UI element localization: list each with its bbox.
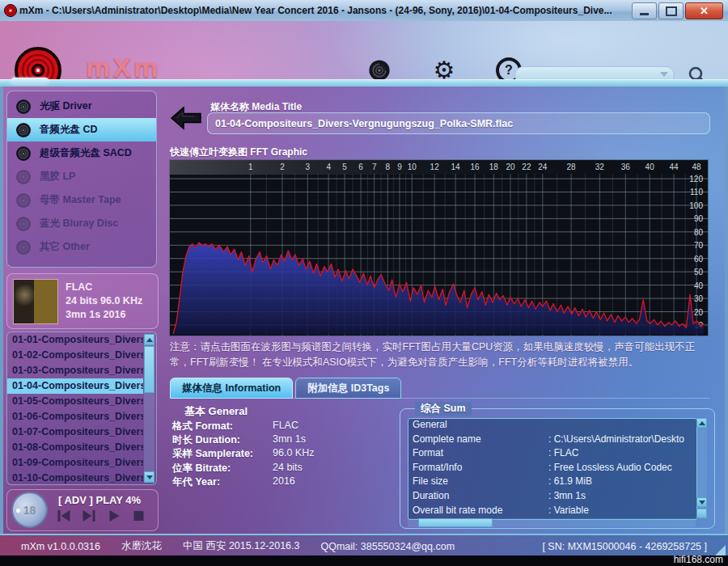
sum-row: File size: 61.9 MiB bbox=[408, 475, 696, 490]
arrow-down-icon bbox=[699, 501, 705, 505]
back-arrow-icon[interactable] bbox=[170, 106, 202, 130]
info-field: 格式 Format:FLAC bbox=[172, 420, 391, 433]
disc-icon bbox=[15, 169, 32, 185]
track-item[interactable]: 01-02-Compositeurs_Divers-S bbox=[7, 348, 143, 363]
arrow-down-icon bbox=[146, 475, 153, 479]
sum-row: Complete name: C:\Users\Administrator\De… bbox=[408, 433, 696, 448]
search-dropdown-arrow-icon[interactable] bbox=[660, 72, 668, 77]
track-item[interactable]: 01-03-Compositeurs_Divers-V bbox=[7, 363, 143, 378]
status-bar: mXm v1.0.0.0316 水磨沈花 中国 西安 2015.12-2016.… bbox=[0, 534, 728, 557]
stop-button[interactable] bbox=[132, 509, 146, 522]
disc-icon bbox=[15, 192, 32, 209]
svg-text:12: 12 bbox=[430, 163, 440, 171]
track-item[interactable]: 01-08-Compositeurs_Divers-A bbox=[7, 440, 143, 455]
track-item[interactable]: 01-04-Compositeurs_Divers-V bbox=[7, 378, 143, 394]
app-icon bbox=[4, 4, 17, 17]
info-fields: 格式 Format:FLAC时长 Duration:3mn 1s采样 Sampl… bbox=[172, 420, 391, 489]
info-field-value: FLAC bbox=[273, 420, 298, 433]
sidebar-item-cd[interactable]: 音频光盘 CD bbox=[7, 118, 156, 142]
info-field: 位率 Bitrate:24 bits bbox=[172, 462, 391, 475]
scroll-down-button[interactable] bbox=[696, 497, 707, 507]
svg-text:44: 44 bbox=[670, 163, 679, 171]
sum-vertical-scrollbar[interactable] bbox=[696, 418, 707, 518]
sum-row-label: Overall bit rate mode bbox=[413, 505, 548, 519]
close-button[interactable]: ✕ bbox=[685, 2, 723, 19]
info-field: 年代 Year:2016 bbox=[172, 475, 391, 489]
track-list-scrollbar[interactable] bbox=[144, 334, 154, 483]
track-item[interactable]: 01-01-Compositeurs_Divers-I bbox=[7, 332, 143, 348]
minimize-button[interactable] bbox=[632, 2, 657, 19]
disc-icon bbox=[15, 146, 32, 162]
svg-text:60: 60 bbox=[694, 255, 704, 264]
fft-graph[interactable]: 1201101009080706050403020101234567891012… bbox=[170, 160, 708, 336]
info-section-title: 基本 General bbox=[184, 404, 248, 419]
sidebar-item-other[interactable]: 其它 Other bbox=[7, 235, 156, 259]
status-version: mXm v1.0.0.0316 bbox=[21, 541, 100, 552]
sum-row: Overall bit rate mode: Variable bbox=[408, 505, 696, 519]
track-item[interactable]: 01-10-Compositeurs_Divers-S bbox=[7, 471, 143, 485]
sum-horizontal-scrollbar[interactable] bbox=[408, 518, 696, 527]
track-item[interactable]: 01-06-Compositeurs_Divers-I bbox=[7, 409, 143, 424]
close-icon: ✕ bbox=[700, 5, 709, 17]
sidebar-item-driver[interactable]: 光驱 Driver bbox=[7, 95, 156, 118]
sidebar-item-lp[interactable]: 黑胶 LP bbox=[7, 165, 156, 188]
scroll-up-button[interactable] bbox=[144, 334, 154, 345]
sidebar-item-sacd[interactable]: 超级音频光盘 SACD bbox=[7, 142, 156, 165]
volume-knob[interactable]: 18 bbox=[11, 492, 48, 528]
disc-icon bbox=[15, 239, 32, 256]
sum-row-value: : FLAC bbox=[548, 447, 578, 462]
track-list: 01-01-Compositeurs_Divers-I01-02-Composi… bbox=[6, 332, 157, 485]
svg-text:80: 80 bbox=[694, 228, 704, 237]
sidebar-item-label: 超级音频光盘 SACD bbox=[40, 146, 132, 160]
album-quality: 24 bits 96.0 KHz bbox=[66, 294, 142, 308]
info-field-value: 2016 bbox=[273, 475, 295, 489]
status-serial: [ SN: MXM15000046 - 4269258725 ] bbox=[542, 541, 707, 552]
tab-information[interactable]: 媒体信息 Information bbox=[170, 378, 293, 399]
svg-text:40: 40 bbox=[645, 163, 655, 171]
svg-text:16: 16 bbox=[470, 163, 480, 171]
sum-list[interactable]: GeneralComplete name: C:\Users\Administr… bbox=[408, 418, 697, 520]
sum-row: Format/Info: Free Lossless Audio Codec bbox=[408, 462, 696, 476]
sidebar-item-tape[interactable]: 母带 Master Tape bbox=[7, 188, 156, 212]
sum-groupbox: 综合 Sum GeneralComplete name: C:\Users\Ad… bbox=[400, 408, 715, 529]
svg-text:40: 40 bbox=[694, 281, 704, 290]
svg-text:18: 18 bbox=[489, 163, 499, 171]
sum-row-value: : 3mn 1s bbox=[548, 490, 586, 505]
fft-graphic-label: 快速傅立叶变换图 FFT Graphic bbox=[170, 146, 307, 159]
album-info-panel: FLAC 24 bits 96.0 KHz 3mn 1s 2016 bbox=[6, 273, 159, 329]
svg-text:32: 32 bbox=[595, 163, 605, 171]
svg-text:20: 20 bbox=[694, 308, 704, 317]
svg-text:30: 30 bbox=[694, 294, 704, 303]
play-icon bbox=[107, 509, 121, 522]
scroll-down-button[interactable] bbox=[144, 471, 154, 483]
tab-id3tags[interactable]: 附加信息 ID3Tags bbox=[295, 378, 401, 399]
disc-icon bbox=[15, 216, 32, 232]
track-item[interactable]: 01-05-Compositeurs_Divers-V bbox=[7, 394, 143, 409]
knob-indicator-dot bbox=[16, 509, 20, 513]
svg-text:4: 4 bbox=[326, 163, 331, 171]
svg-text:14: 14 bbox=[451, 163, 461, 171]
scrollbar-thumb[interactable] bbox=[144, 346, 154, 393]
maximize-button[interactable] bbox=[658, 2, 684, 19]
app-header: mXm for HiEND Music 媒体信息⚙软件设置?帮助信息 bbox=[0, 21, 728, 79]
scrollbar-thumb[interactable] bbox=[418, 518, 493, 527]
previous-button[interactable] bbox=[57, 509, 71, 522]
watermark-text: hifi168.com bbox=[674, 554, 723, 565]
svg-text:6: 6 bbox=[358, 163, 363, 171]
info-field-label: 采样 Samplerate: bbox=[172, 447, 273, 461]
sidebar-item-label: 光驱 Driver bbox=[40, 99, 92, 113]
track-item[interactable]: 01-07-Compositeurs_Divers-I bbox=[7, 424, 143, 440]
next-button[interactable] bbox=[82, 509, 96, 522]
album-art-thumbnail bbox=[13, 279, 58, 324]
info-field-value: 3mn 1s bbox=[273, 433, 306, 447]
disc-icon bbox=[368, 59, 391, 82]
media-title-field[interactable]: 01-04-Compositeurs_Divers-Vergnugungszug… bbox=[207, 112, 710, 134]
scroll-up-button[interactable] bbox=[696, 418, 707, 428]
arrow-up-icon bbox=[146, 338, 153, 342]
sum-row: Duration: 3mn 1s bbox=[408, 490, 696, 505]
play-button[interactable] bbox=[107, 509, 121, 522]
scroll-corner-button[interactable] bbox=[696, 509, 707, 518]
info-field-label: 年代 Year: bbox=[172, 475, 273, 489]
sidebar-item-bluray[interactable]: 蓝光 Bluray Disc bbox=[7, 212, 156, 235]
track-item[interactable]: 01-09-Compositeurs_Divers-S bbox=[7, 455, 143, 471]
